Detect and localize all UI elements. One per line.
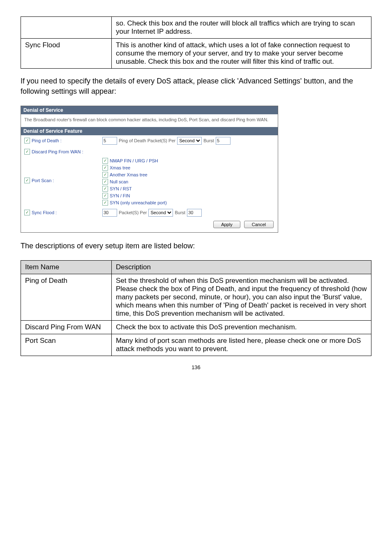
ping-ctrl-label: Ping of Death Packet(S) Per — [119, 138, 175, 143]
ping-of-death-checkbox[interactable]: ✓ Ping of Death : — [24, 138, 62, 143]
dos-description: The Broadband router's firewall can bloc… — [21, 114, 278, 127]
opt-label: SYN / RST — [110, 186, 132, 191]
button-row: Apply Cancel — [21, 218, 278, 232]
ping-burst-input[interactable] — [216, 137, 231, 145]
check-icon: ✓ — [24, 149, 30, 155]
cancel-button[interactable]: Cancel — [244, 221, 274, 228]
cell-left: Port Scan — [21, 334, 112, 356]
check-icon: ✓ — [102, 186, 108, 192]
sync-flood-row: ✓ Sync Flood : Packet(S) Per Second Burs… — [21, 207, 278, 218]
opt-label: Xmas tree — [110, 165, 130, 170]
sync-count-input[interactable] — [102, 209, 117, 217]
check-icon: ✓ — [102, 193, 108, 199]
cell-right: Many kind of port scan methods are liste… — [112, 334, 371, 356]
cell-left: Discard Ping From WAN — [21, 320, 112, 334]
sync-burst-input[interactable] — [187, 209, 202, 217]
check-icon: ✓ — [102, 165, 108, 171]
opt-label: Another Xmas tree — [110, 172, 148, 177]
paragraph-advanced-settings: If you need to specify the details of ev… — [21, 76, 371, 97]
discard-ping-label: Discard Ping From WAN : — [32, 149, 83, 154]
cell-left: Sync Flood — [21, 39, 112, 69]
cell-right: so. Check this box and the router will b… — [112, 17, 371, 39]
opt-another-xmas[interactable]: ✓Another Xmas tree — [102, 172, 274, 178]
opt-null[interactable]: ✓Null scan — [102, 179, 274, 185]
cell-left — [21, 17, 112, 39]
apply-button[interactable]: Apply — [213, 221, 240, 228]
cell-left: Ping of Death — [21, 274, 112, 320]
port-scan-label: Port Scan : — [32, 178, 54, 183]
opt-xmas[interactable]: ✓Xmas tree — [102, 165, 274, 171]
opt-label: SYN (only unreachable port) — [110, 200, 167, 205]
opt-label: Null scan — [110, 179, 128, 184]
check-icon: ✓ — [24, 210, 30, 215]
page-number: 136 — [21, 364, 371, 370]
opt-syn-fin[interactable]: ✓SYN / FIN — [102, 193, 274, 199]
table-row: Port Scan Many kind of port scan methods… — [21, 334, 371, 356]
ping-of-death-label: Ping of Death : — [32, 138, 62, 143]
opt-syn-unreachable[interactable]: ✓SYN (only unreachable port) — [102, 200, 274, 206]
discard-ping-row: ✓ Discard Ping From WAN : — [21, 146, 278, 156]
header-description: Description — [112, 260, 371, 274]
check-icon: ✓ — [24, 178, 30, 183]
table-row: Ping of Death Set the threshold of when … — [21, 274, 371, 320]
ping-count-input[interactable] — [102, 137, 117, 145]
opt-label: SYN / FIN — [110, 193, 130, 198]
discard-ping-checkbox[interactable]: ✓ Discard Ping From WAN : — [24, 149, 83, 155]
check-icon: ✓ — [102, 179, 108, 185]
port-scan-checkbox[interactable]: ✓ Port Scan : — [24, 178, 54, 183]
opt-syn-rst[interactable]: ✓SYN / RST — [102, 186, 274, 192]
sync-burst-label: Burst — [175, 210, 185, 215]
sync-unit-select[interactable]: Second — [148, 209, 173, 217]
check-icon: ✓ — [24, 138, 30, 143]
table-row: so. Check this box and the router will b… — [21, 17, 371, 39]
dos-panel: Denial of Service The Broadband router's… — [21, 106, 278, 232]
ping-of-death-row: ✓ Ping of Death : Ping of Death Packet(S… — [21, 135, 278, 146]
opt-label: NMAP FIN / URG / PSH — [110, 158, 158, 163]
ping-unit-select[interactable]: Second — [177, 137, 202, 145]
dos-feature-header: Denial of Service Feature — [21, 127, 278, 135]
cell-right: Set the threshold of when this DoS preve… — [112, 274, 371, 320]
ping-burst-label: Burst — [203, 138, 214, 143]
table-row: Discard Ping From WAN Check the box to a… — [21, 320, 371, 334]
opt-nmap[interactable]: ✓NMAP FIN / URG / PSH — [102, 158, 274, 164]
dos-title-bar: Denial of Service — [21, 106, 278, 114]
cell-right: Check the box to activate this DoS preve… — [112, 320, 371, 334]
table-row: Sync Flood This is another kind of attac… — [21, 39, 371, 69]
sync-ctrl-label: Packet(S) Per — [119, 210, 147, 215]
paragraph-descriptions: The descriptions of every setup item are… — [21, 241, 371, 251]
cell-right: This is another kind of attack, which us… — [112, 39, 371, 69]
port-scan-row: ✓ Port Scan : ✓NMAP FIN / URG / PSH ✓Xma… — [21, 156, 278, 207]
header-item-name: Item Name — [21, 260, 112, 274]
description-table: Item Name Description Ping of Death Set … — [21, 260, 371, 356]
check-icon: ✓ — [102, 200, 108, 206]
sync-flood-checkbox[interactable]: ✓ Sync Flood : — [24, 210, 57, 215]
check-icon: ✓ — [102, 172, 108, 178]
check-icon: ✓ — [102, 158, 108, 164]
sync-flood-label: Sync Flood : — [32, 210, 57, 215]
top-table: so. Check this box and the router will b… — [21, 16, 371, 69]
table-header-row: Item Name Description — [21, 260, 371, 274]
